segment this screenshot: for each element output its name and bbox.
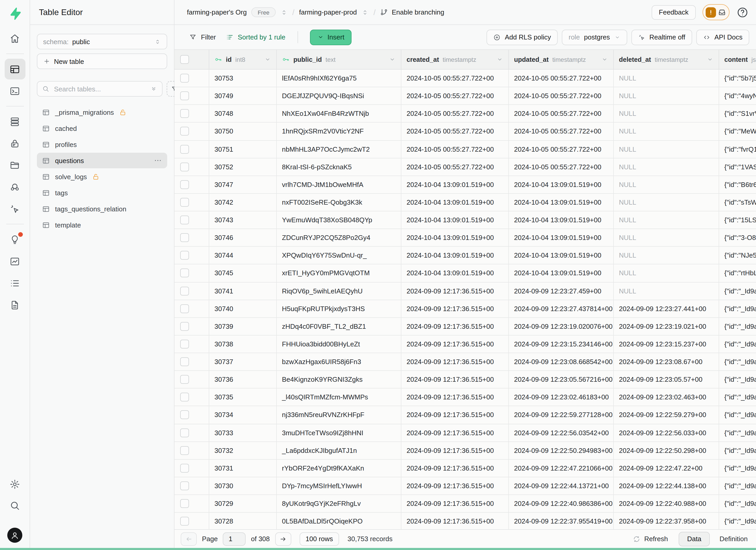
cell-deleted_at[interactable]: NULL [614, 87, 719, 104]
cell-id[interactable]: 30730 [209, 477, 277, 494]
row-checkbox[interactable] [180, 393, 189, 402]
org-switcher-chevrons-icon[interactable] [280, 9, 288, 16]
rail-item-advisors[interactable] [4, 229, 25, 250]
cell-public_id[interactable]: H5uqFKpRUTPkjxdysT3HS [277, 300, 401, 317]
enable-branching-button[interactable]: Enable branching [380, 8, 444, 16]
cell-id[interactable]: 30744 [209, 247, 277, 264]
cell-created_at[interactable]: 2024-10-05 00:55:27.722+00 [401, 70, 509, 87]
search-tables-field[interactable] [37, 81, 163, 97]
cell-created_at[interactable]: 2024-09-09 12:17:36.515+00 [401, 336, 509, 353]
cell-updated_at[interactable]: 2024-09-09 12:23:15.234146+00 [509, 336, 614, 353]
cell-deleted_at[interactable]: 2024-09-09 12:22:50.298+00 [614, 442, 719, 459]
column-menu-chevron-icon[interactable] [496, 56, 503, 63]
cell-created_at[interactable]: 2024-10-04 13:09:01.519+00 [401, 211, 509, 229]
cell-id[interactable]: 30733 [209, 424, 277, 441]
sidebar-table-template[interactable]: template [37, 217, 167, 233]
cell-public_id[interactable]: Be4KignzoK9YRGNI3Zgks [277, 371, 401, 388]
page-number-input[interactable] [223, 532, 246, 546]
row-checkbox[interactable] [180, 145, 189, 153]
cell-public_id[interactable]: lEfA0sRh9hIXf62Y6ga75 [277, 70, 401, 87]
cell-public_id[interactable]: RiqOV6p_5wihLeIAEQyhU [277, 282, 401, 299]
cell-public_id[interactable]: 3muDHTceTWso9IZj8hHNI [277, 424, 401, 441]
cell-updated_at[interactable]: 2024-10-05 00:55:27.722+00 [509, 70, 614, 87]
cell-deleted_at[interactable]: NULL [614, 265, 719, 282]
cell-created_at[interactable]: 2024-09-09 12:17:36.515+00 [401, 300, 509, 317]
cell-content[interactable]: {"id":"_Id9aLyJpMHQLaiQC [719, 513, 756, 529]
row-checkbox[interactable] [180, 198, 189, 207]
cell-public_id[interactable]: nbMhHL3AP7OcCJymc2wT2 [277, 140, 401, 158]
cell-public_id[interactable]: YwEmuWdqT38XoSB048QYp [277, 211, 401, 229]
cell-deleted_at[interactable]: 2024-09-09 12:23:08.67+00 [614, 353, 719, 370]
row-checkbox[interactable] [180, 180, 189, 189]
row-checkbox[interactable] [180, 428, 189, 437]
cell-id[interactable]: 30737 [209, 353, 277, 370]
cell-content[interactable]: {"id":"rtHbLpgB8V11LUK7152 [719, 265, 756, 282]
sidebar-table-profiles[interactable]: profiles [37, 137, 167, 152]
row-checkbox[interactable] [180, 464, 189, 473]
cell-deleted_at[interactable]: NULL [614, 70, 719, 87]
role-select[interactable]: role postgres [562, 29, 627, 45]
column-menu-chevron-icon[interactable] [264, 56, 271, 63]
cell-created_at[interactable]: 2024-10-04 13:09:01.519+00 [401, 247, 509, 264]
column-menu-chevron-icon[interactable] [389, 56, 396, 63]
sidebar-table-cached[interactable]: cached [37, 120, 167, 136]
row-checkbox[interactable] [180, 91, 189, 100]
cell-id[interactable]: 30746 [209, 229, 277, 246]
cell-created_at[interactable]: 2024-09-09 12:17:36.515+00 [401, 477, 509, 494]
cell-id[interactable]: 30735 [209, 389, 277, 406]
row-checkbox[interactable] [180, 322, 189, 331]
row-checkbox[interactable] [180, 357, 189, 366]
tab-definition[interactable]: Definition [718, 535, 750, 543]
column-header-deleted_at[interactable]: deleted_at timestamptz [614, 50, 719, 69]
cell-created_at[interactable]: 2024-10-05 00:55:27.722+00 [401, 123, 509, 140]
row-checkbox[interactable] [180, 74, 189, 83]
cell-created_at[interactable]: 2024-10-05 00:55:27.722+00 [401, 140, 509, 158]
cell-public_id[interactable]: vrlh7CMD-JtM1bOweMHfA [277, 176, 401, 193]
cell-deleted_at[interactable]: NULL [614, 194, 719, 211]
cell-updated_at[interactable]: 2024-09-09 12:22:50.294983+00 [509, 442, 614, 459]
cell-content[interactable]: {"id":"1VASb3phnXXkQPCpv [719, 158, 756, 175]
cell-deleted_at[interactable]: 2024-09-09 12:23:05.57+00 [614, 371, 719, 388]
rail-item-settings[interactable] [4, 474, 25, 494]
row-checkbox[interactable] [180, 109, 189, 118]
cell-content[interactable]: {"id":"_Id9aLyJpMHQLaiQC [719, 336, 756, 353]
cell-content[interactable]: {"id":"fvrQ1bXoJ6XaAD08G [719, 140, 756, 158]
cell-content[interactable]: {"id":"sTsWaLCPsVA2WuK2 [719, 194, 756, 211]
rail-item-storage[interactable] [4, 155, 25, 176]
cell-id[interactable]: 30752 [209, 158, 277, 175]
cell-updated_at[interactable]: 2024-09-09 12:22:56.03542+00 [509, 424, 614, 441]
cell-updated_at[interactable]: 2024-09-09 12:23:27.459+00 [509, 282, 614, 299]
cell-id[interactable]: 30748 [209, 105, 277, 122]
cell-id[interactable]: 30731 [209, 460, 277, 477]
cell-content[interactable]: {"id":"4wyNgK55lOfrpmYZo [719, 87, 756, 104]
cell-content[interactable]: {"id":"15LSIyT0JGMf3Kl4Vn [719, 211, 756, 229]
cell-id[interactable]: 30739 [209, 318, 277, 335]
new-table-button[interactable]: New table [37, 53, 167, 69]
cell-deleted_at[interactable]: NULL [614, 229, 719, 246]
cell-content[interactable]: {"id":"_Id9aLyJpMHQLaiQC [719, 389, 756, 406]
breadcrumb-project[interactable]: farming-paper-prod [299, 8, 357, 16]
cell-id[interactable]: 30740 [209, 300, 277, 317]
cell-deleted_at[interactable]: NULL [614, 140, 719, 158]
cell-created_at[interactable]: 2024-10-05 00:55:27.722+00 [401, 105, 509, 122]
cell-created_at[interactable]: 2024-10-04 13:09:01.519+00 [401, 265, 509, 282]
feedback-button[interactable]: Feedback [652, 5, 696, 19]
cell-id[interactable]: 30728 [209, 513, 277, 529]
cell-created_at[interactable]: 2024-10-05 00:55:27.722+00 [401, 158, 509, 175]
breadcrumb-org[interactable]: farming-paper's Org [187, 8, 247, 16]
cell-deleted_at[interactable]: 2024-09-09 12:22:40.988+00 [614, 495, 719, 512]
cell-created_at[interactable]: 2024-09-09 12:17:36.515+00 [401, 424, 509, 441]
insert-button[interactable]: Insert [310, 29, 352, 45]
column-header-public_id[interactable]: public_id text [277, 50, 401, 69]
cell-content[interactable]: {"id":"_Id9aLyJpMHQLaiQC [719, 460, 756, 477]
cell-public_id[interactable]: _l40sQIRTmMZfcm-MWMPs [277, 389, 401, 406]
filter-button[interactable]: Filter [189, 33, 216, 41]
row-checkbox[interactable] [180, 517, 189, 526]
cell-id[interactable]: 30753 [209, 70, 277, 87]
cell-deleted_at[interactable]: 2024-09-09 12:22:59.279+00 [614, 406, 719, 424]
cell-created_at[interactable]: 2024-09-09 12:17:36.515+00 [401, 282, 509, 299]
row-checkbox[interactable] [180, 304, 189, 313]
notifications-button[interactable] [703, 4, 730, 20]
column-header-content[interactable]: content jsonb [719, 50, 756, 69]
cell-id[interactable]: 30743 [209, 211, 277, 229]
